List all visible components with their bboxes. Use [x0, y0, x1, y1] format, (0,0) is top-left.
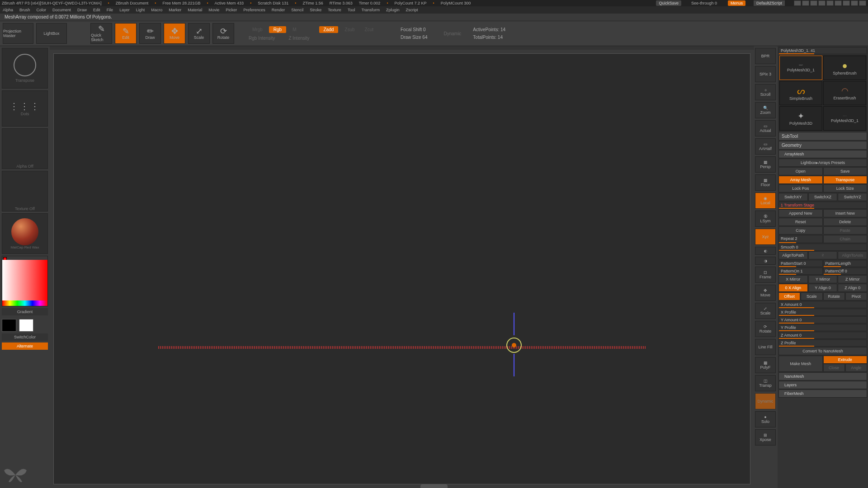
tool-item-polymesh3d[interactable]: ✦PolyMesh3D [779, 106, 822, 131]
quicksketch-button[interactable]: ✎Quick Sketch [90, 23, 112, 44]
transpose-toggle[interactable]: Transpose [823, 176, 868, 184]
ymirror-button[interactable]: Y Mirror [808, 275, 838, 283]
xalign-button[interactable]: 0 X Align [778, 284, 808, 292]
smooth-slider[interactable]: Smooth 0 [778, 244, 867, 251]
quicksave-button[interactable]: QuickSave [656, 0, 681, 6]
gradient-button[interactable]: Gradient [2, 308, 48, 315]
z-intensity-slider[interactable]: Z Intensity [288, 36, 309, 41]
rotate-tab[interactable]: Rotate [823, 292, 845, 300]
rotate-button[interactable]: ⟳Rotate [212, 23, 234, 44]
xmirror-button[interactable]: X Mirror [778, 275, 808, 283]
window-btn-min[interactable] [843, 0, 850, 6]
window-btn-4[interactable] [818, 0, 826, 6]
menu-movie[interactable]: Movie [208, 8, 219, 12]
polyf-button[interactable]: ▦PolyF [755, 357, 776, 373]
pivot-tab[interactable]: Pivot [845, 292, 867, 300]
patternoff-slider[interactable]: PatternOff 0 [823, 267, 868, 275]
swatch-black[interactable] [2, 319, 16, 332]
viewport[interactable] [53, 53, 750, 484]
zadd-button[interactable]: Zadd [319, 26, 339, 33]
aahalf-button[interactable]: ▭AAHalf [755, 138, 776, 155]
zsub-button[interactable]: Zsub [341, 27, 358, 32]
subtool-header[interactable]: SubTool [778, 132, 867, 141]
dynamic-button[interactable]: Dynamic [755, 393, 776, 409]
fibermesh-header[interactable]: FiberMesh [778, 389, 867, 398]
rgb-button[interactable]: Rgb [269, 26, 286, 33]
lockpos-button[interactable]: Lock Pos [778, 184, 823, 192]
cam-y-button[interactable]: ◐ [755, 247, 776, 255]
menu-macro[interactable]: Macro [151, 8, 162, 12]
dynamic-toggle[interactable]: Dynamic [443, 31, 461, 36]
scroll-button[interactable]: ⟐Scroll [755, 84, 776, 100]
menu-stroke[interactable]: Stroke [310, 8, 321, 12]
repeat-slider[interactable]: Repeat 2 [778, 235, 823, 243]
hue-slider[interactable] [2, 300, 47, 306]
window-btn-2[interactable] [802, 0, 809, 6]
layers-header[interactable]: Layers [778, 381, 867, 389]
menu-alpha[interactable]: Alpha [3, 8, 13, 12]
tool-item-eraserbrush[interactable]: ◠EraserBrush [823, 81, 866, 105]
spix-slider[interactable]: SPix 3 [755, 66, 776, 82]
window-btn-5[interactable] [826, 0, 834, 6]
lightbox-arrays-presets[interactable]: Lightbox▸Arrays Presets [778, 159, 867, 167]
tool-item-spherebrush[interactable]: ●SphereBrush [823, 56, 866, 80]
menu-zplugin[interactable]: Zplugin [386, 8, 400, 12]
menu-brush[interactable]: Brush [19, 8, 30, 12]
menu-transform[interactable]: Transform [361, 8, 380, 12]
convert-nanomesh-button[interactable]: Convert To NanoMesh [778, 347, 867, 355]
xamount-slider[interactable]: X Amount 0 [778, 301, 867, 308]
draw-button[interactable]: ✏Draw [139, 23, 161, 44]
window-btn-1[interactable] [794, 0, 801, 6]
linefill-button[interactable]: Line Fill [755, 339, 776, 355]
brush-thumbnail[interactable]: Transpose [2, 48, 48, 89]
stroke-thumbnail[interactable]: ⋮⋮⋮ Dots [2, 90, 48, 127]
gizmo-axis-down[interactable] [514, 354, 514, 376]
locksize-button[interactable]: Lock Size [823, 184, 868, 192]
cam-z-button[interactable]: ◑ [755, 257, 776, 265]
menu-document[interactable]: Document [52, 8, 71, 12]
xprofile-slider[interactable]: X Profile [778, 309, 867, 316]
menu-preferences[interactable]: Preferences [243, 8, 265, 12]
save-button[interactable]: Save [823, 167, 868, 175]
yalign-button[interactable]: Y Align 0 [808, 284, 838, 292]
window-btn-6[interactable] [835, 0, 842, 6]
menu-marker[interactable]: Marker [169, 8, 181, 12]
defaultzscript-button[interactable]: DefaultZScript [754, 0, 785, 6]
edit-button[interactable]: ✎Edit [115, 23, 137, 44]
close-button[interactable]: Close [823, 364, 845, 372]
zamount-slider[interactable]: Z Amount 0 [778, 332, 867, 339]
actual-button[interactable]: ▭Actual [755, 120, 776, 136]
aligntopath-n[interactable]: 2 [808, 251, 838, 259]
menu-draw[interactable]: Draw [77, 8, 87, 12]
arraymesh-toggle[interactable]: Array Mesh [778, 176, 823, 184]
alternate-button[interactable]: Alternate [2, 343, 48, 350]
xpose-button[interactable]: ⊞Xpose [755, 429, 776, 446]
transform-stage-slider[interactable]: 1 Transform Stage [778, 202, 867, 209]
open-button[interactable]: Open [778, 167, 823, 175]
arraymesh-header[interactable]: ArrayMesh [778, 150, 867, 158]
delete-button[interactable]: Delete [823, 218, 868, 226]
menu-light[interactable]: Light [136, 8, 145, 12]
scale-tab[interactable]: Scale [801, 292, 822, 300]
angle-button[interactable]: Angle [845, 364, 867, 372]
swatch-white[interactable] [19, 319, 33, 332]
patternlength-slider[interactable]: PatternLength [823, 260, 868, 267]
aligntopath[interactable]: AlignToPath [778, 251, 808, 259]
local-button[interactable]: ◉Local [755, 192, 776, 209]
draw-size-slider[interactable]: Draw Size 64 [401, 35, 427, 40]
persp-button[interactable]: ▦Persp [755, 156, 776, 173]
appendnew-button[interactable]: Append New [778, 209, 823, 217]
menu-picker[interactable]: Picker [226, 8, 237, 12]
nanomesh-header[interactable]: NanoMesh [778, 372, 867, 380]
bottom-shelf-handle[interactable] [420, 484, 448, 488]
yamount-slider[interactable]: Y Amount 0 [778, 316, 867, 324]
zalign-button[interactable]: Z Align 0 [838, 284, 867, 292]
offset-tab[interactable]: Offset [778, 292, 800, 300]
scale-button[interactable]: ⤢Scale [188, 23, 210, 44]
menu-file[interactable]: File [107, 8, 113, 12]
floor-button[interactable]: ▦Floor [755, 174, 776, 191]
material-thumbnail[interactable]: MatCap Red Wax [2, 213, 48, 254]
paste-button[interactable]: Paste [823, 226, 868, 235]
lightbox-button[interactable]: LightBox [36, 23, 67, 44]
switchyz-button[interactable]: SwitchYZ [838, 193, 867, 201]
